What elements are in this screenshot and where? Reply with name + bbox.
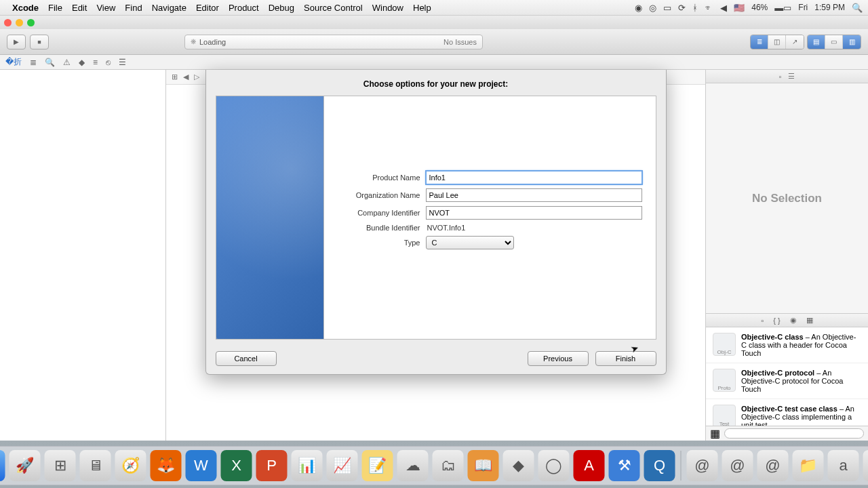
run-button[interactable] (7, 35, 26, 49)
chrome-icon[interactable]: ◯ (538, 450, 570, 481)
close-window-button[interactable] (4, 19, 12, 26)
volume-icon[interactable]: ◀ (720, 3, 727, 13)
menu-window[interactable]: Window (372, 3, 403, 13)
menu-product[interactable]: Product (229, 3, 259, 13)
icloud-icon[interactable]: ☁ (397, 450, 429, 481)
previous-button[interactable]: Previous (528, 351, 589, 366)
menu-find[interactable]: Find (125, 3, 142, 13)
app-icon[interactable]: ◆ (503, 450, 534, 481)
template-icon: Proto (713, 369, 736, 392)
company-identifier-field[interactable] (426, 206, 642, 220)
dock-stack[interactable]: a (828, 450, 859, 481)
cancel-button[interactable]: Cancel (216, 351, 277, 366)
keynote-icon[interactable]: 📊 (292, 450, 323, 481)
spotlight-icon[interactable]: 🔍 (852, 3, 863, 13)
menu-debug[interactable]: Debug (269, 3, 294, 13)
test-navigator-icon[interactable]: ◆ (79, 58, 85, 67)
log-navigator-icon[interactable]: ☰ (119, 58, 126, 67)
word-icon[interactable]: W (186, 450, 217, 481)
menu-help[interactable]: Help (413, 3, 431, 13)
firefox-icon[interactable]: 🦊 (151, 450, 182, 481)
ibooks-icon[interactable]: 📖 (468, 450, 499, 481)
dock-stack[interactable]: @ (687, 450, 718, 481)
symbol-navigator-icon[interactable]: ≣ (30, 58, 37, 67)
trash-icon[interactable]: 🗑 (863, 450, 869, 481)
media-library-icon[interactable]: ▦ (806, 316, 813, 325)
toggle-utilities-icon[interactable]: ▥ (843, 35, 861, 49)
menu-navigate[interactable]: Navigate (152, 3, 186, 13)
editor-mode-segment[interactable]: ≣ ◫ ↗ (750, 35, 804, 49)
menu-file[interactable]: File (48, 3, 62, 13)
jump-related-icon[interactable]: ⊞ (172, 73, 178, 81)
find-navigator-icon[interactable]: 🔍 (45, 58, 55, 67)
debug-navigator-icon[interactable]: ≡ (93, 58, 98, 67)
assistant-editor-icon[interactable]: ◫ (768, 35, 786, 49)
quicktime-icon[interactable]: Q (644, 450, 675, 481)
clock-day[interactable]: Fri (798, 3, 808, 12)
acrobat-icon[interactable]: A (574, 450, 605, 481)
status-icon[interactable]: ◎ (649, 3, 656, 13)
library-selector-bar[interactable]: ▫ { } ◉ ▦ (706, 314, 868, 327)
organization-name-field[interactable] (426, 188, 642, 202)
library-item[interactable]: Test Objective-C test case class – An Ob… (706, 399, 868, 426)
product-name-field[interactable] (426, 171, 642, 184)
file-inspector-icon[interactable]: ▫ (779, 73, 782, 81)
toggle-navigator-icon[interactable]: ▤ (808, 35, 825, 49)
numbers-icon[interactable]: 📈 (327, 450, 358, 481)
minimize-window-button[interactable] (16, 19, 23, 26)
inspector-selector-bar[interactable]: ▫ ☰ (706, 70, 868, 83)
battery-percent[interactable]: 46% (751, 3, 768, 12)
version-editor-icon[interactable]: ↗ (786, 35, 804, 49)
status-icon[interactable]: ◉ (635, 3, 642, 13)
zoom-window-button[interactable] (27, 19, 35, 26)
code-snippet-library-icon[interactable]: { } (773, 317, 780, 325)
sync-icon[interactable]: ⟳ (678, 3, 686, 13)
jump-forward-icon[interactable]: ▷ (194, 73, 199, 81)
jump-back-icon[interactable]: ◀ (183, 73, 189, 81)
stop-button[interactable] (30, 35, 49, 49)
menu-view[interactable]: View (96, 3, 115, 13)
app-icon[interactable]: 🗂 (433, 450, 464, 481)
grid-view-icon[interactable]: ▦ (710, 427, 720, 440)
library-item[interactable]: Proto Objective-C protocol – An Objectiv… (706, 363, 868, 399)
toggle-debug-icon[interactable]: ▭ (825, 35, 843, 49)
object-library-icon[interactable]: ◉ (790, 316, 797, 325)
dashboard-icon[interactable]: ⊞ (45, 450, 76, 481)
powerpoint-icon[interactable]: P (256, 450, 288, 481)
file-template-library-icon[interactable]: ▫ (761, 317, 764, 325)
type-select[interactable]: C (426, 236, 514, 249)
launchpad-icon[interactable]: 🚀 (9, 450, 41, 481)
app-menu[interactable]: Xcode (12, 3, 39, 13)
dock-stack[interactable]: @ (757, 450, 789, 481)
clock-time[interactable]: 1:59 PM (814, 3, 845, 12)
library-item[interactable]: Obj-C Objective-C class – An Objective-C… (706, 327, 868, 363)
menu-edit[interactable]: Edit (72, 3, 87, 13)
view-panes-segment[interactable]: ▤ ▭ ▥ (807, 35, 861, 49)
library-filter-field[interactable] (724, 428, 864, 439)
finder-icon[interactable]: ☺ (0, 450, 5, 481)
menu-editor[interactable]: Editor (196, 3, 219, 13)
excel-icon[interactable]: X (221, 450, 252, 481)
status-loading: Loading (191, 38, 226, 46)
breakpoint-navigator-icon[interactable]: ⎋ (106, 58, 111, 67)
library-item-title: Objective-C class (741, 333, 804, 341)
dock-stack[interactable]: 📁 (793, 450, 824, 481)
bluetooth-icon[interactable]: ᚼ (692, 3, 698, 13)
standard-editor-icon[interactable]: ≣ (751, 35, 768, 49)
menu-source-control[interactable]: Source Control (304, 3, 363, 13)
xcode-icon[interactable]: ⚒ (609, 450, 640, 481)
quick-help-icon[interactable]: ☰ (788, 72, 795, 81)
dock-stack[interactable]: @ (722, 450, 753, 481)
safari-icon[interactable]: 🧭 (115, 450, 146, 481)
finish-button[interactable]: Finish (595, 351, 656, 366)
flag-icon[interactable]: 🇺🇸 (734, 3, 745, 13)
wifi-icon[interactable]: ᯤ (705, 3, 713, 13)
product-name-label: Product Name (338, 174, 426, 182)
notes-icon[interactable]: 📝 (362, 450, 393, 481)
battery-icon[interactable]: ▬▭ (774, 3, 791, 13)
issue-navigator-icon[interactable]: ⚠ (63, 58, 71, 67)
library-list[interactable]: Obj-C Objective-C class – An Objective-C… (706, 327, 868, 426)
airplay-icon[interactable]: ▭ (663, 3, 671, 13)
mission-control-icon[interactable]: 🖥 (80, 450, 111, 481)
project-navigator-icon[interactable]: �折 (5, 56, 22, 68)
